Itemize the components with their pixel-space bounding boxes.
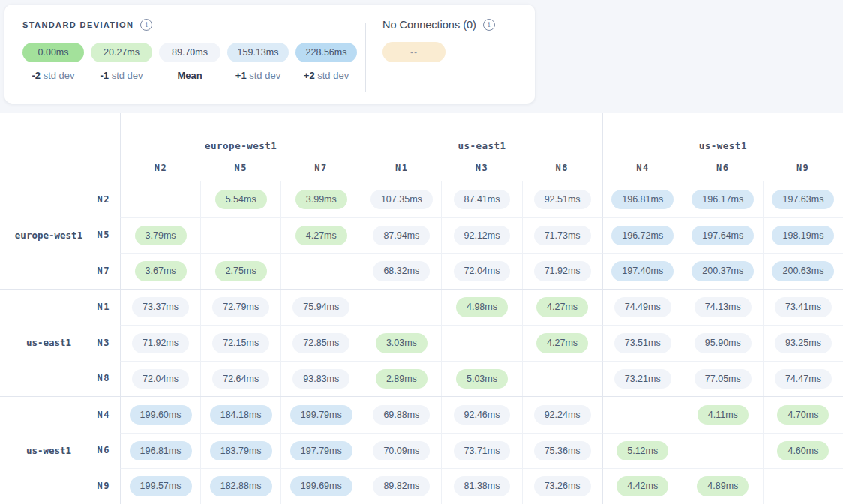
column-group-us-west1: us-west1N4N6N9 (602, 113, 843, 181)
latency-pill[interactable]: 72.85ms (292, 333, 350, 353)
latency-pill[interactable]: 92.12ms (454, 226, 511, 246)
latency-cell (200, 218, 280, 254)
matrix-body: N25.54ms3.99ms107.35ms87.41ms92.51ms196.… (0, 181, 843, 504)
latency-pill[interactable]: 72.15ms (212, 333, 269, 353)
latency-pill[interactable]: 72.04ms (132, 369, 189, 389)
latency-cell: 73.21ms (602, 361, 682, 397)
latency-pill[interactable]: 75.94ms (292, 297, 350, 317)
latency-pill[interactable]: 71.92ms (132, 333, 189, 353)
latency-pill[interactable]: 4.27ms (296, 226, 347, 246)
latency-pill[interactable]: 72.64ms (212, 369, 269, 389)
latency-pill[interactable]: 5.54ms (215, 190, 267, 210)
latency-pill[interactable]: 3.67ms (135, 261, 187, 281)
latency-pill[interactable]: 3.79ms (135, 226, 187, 246)
latency-pill[interactable]: 87.41ms (454, 190, 511, 210)
latency-pill[interactable]: 199.60ms (130, 405, 192, 425)
legend-label: -1 std dev (91, 70, 152, 81)
latency-pill[interactable]: 93.83ms (292, 369, 350, 389)
latency-pill[interactable]: 182.88ms (210, 476, 272, 496)
latency-pill[interactable]: 73.41ms (775, 297, 832, 317)
latency-pill[interactable]: 4.98ms (456, 297, 508, 317)
latency-pill[interactable]: 197.64ms (692, 226, 754, 246)
latency-pill[interactable]: 73.37ms (132, 297, 189, 317)
latency-cell: 5.03ms (441, 361, 521, 397)
latency-pill[interactable]: 107.35ms (370, 190, 433, 210)
latency-pill[interactable]: 71.73ms (534, 226, 591, 246)
row-header: us-west1N6 (0, 433, 120, 469)
latency-pill[interactable]: 4.42ms (616, 476, 668, 496)
latency-pill[interactable]: 75.36ms (534, 441, 591, 461)
latency-cell: 4.42ms (602, 468, 682, 504)
latency-cell: 75.94ms (280, 290, 361, 326)
latency-pill[interactable]: 197.63ms (772, 190, 834, 210)
latency-pill[interactable]: 3.99ms (296, 190, 347, 210)
latency-pill[interactable]: 196.81ms (130, 441, 192, 461)
row-header: N1 (0, 290, 120, 326)
latency-pill[interactable]: 73.26ms (534, 476, 591, 496)
latency-pill[interactable]: 4.70ms (777, 405, 829, 425)
latency-pill[interactable]: 4.11ms (698, 405, 748, 425)
latency-pill[interactable]: 200.63ms (772, 261, 834, 281)
latency-pill[interactable]: 197.79ms (290, 441, 352, 461)
latency-pill[interactable]: 95.90ms (694, 333, 752, 353)
info-icon[interactable]: i (140, 19, 152, 31)
latency-cell: 74.47ms (763, 361, 843, 397)
latency-pill[interactable]: 197.40ms (611, 261, 674, 281)
latency-pill[interactable]: 4.60ms (777, 441, 829, 461)
latency-pill[interactable]: 196.81ms (611, 190, 674, 210)
latency-cell (602, 397, 682, 433)
latency-pill[interactable]: 72.04ms (454, 261, 511, 281)
latency-pill[interactable]: 4.27ms (536, 333, 588, 353)
latency-pill[interactable]: 71.92ms (534, 261, 591, 281)
latency-pill[interactable]: 200.37ms (692, 261, 754, 281)
latency-cell: 87.41ms (441, 182, 521, 218)
latency-pill[interactable]: 183.79ms (210, 441, 272, 461)
latency-cell: 71.73ms (522, 218, 602, 254)
latency-pill[interactable]: 74.13ms (694, 297, 752, 317)
latency-pill[interactable]: 196.17ms (692, 190, 754, 210)
latency-pill[interactable]: 68.32ms (373, 261, 430, 281)
latency-pill[interactable]: 69.88ms (373, 405, 430, 425)
latency-pill[interactable]: 199.69ms (290, 476, 352, 496)
matrix-row-N3: us-east1N371.92ms72.15ms72.85ms3.03ms4.2… (0, 325, 843, 361)
row-group-label: europe-west1 (8, 230, 90, 241)
latency-cell: 93.25ms (763, 325, 843, 361)
latency-pill[interactable]: 199.79ms (290, 405, 352, 425)
latency-cell (682, 433, 763, 469)
latency-pill[interactable]: 77.05ms (694, 369, 752, 389)
latency-pill[interactable]: 199.57ms (130, 476, 192, 496)
matrix-row-N2: N25.54ms3.99ms107.35ms87.41ms92.51ms196.… (0, 181, 843, 218)
latency-cell: 72.79ms (200, 290, 280, 326)
row-node-N6: N6 (98, 445, 110, 455)
latency-pill[interactable]: 3.03ms (376, 333, 428, 353)
latency-cell (120, 182, 200, 218)
latency-pill[interactable]: 87.94ms (373, 226, 430, 246)
latency-pill[interactable]: 4.89ms (697, 476, 748, 496)
latency-cell: 92.46ms (441, 397, 521, 433)
latency-pill[interactable]: 72.79ms (212, 297, 269, 317)
latency-pill[interactable]: 196.72ms (611, 226, 674, 246)
column-group-label: us-east1 (362, 140, 602, 152)
latency-pill[interactable]: 73.51ms (614, 333, 671, 353)
info-icon[interactable]: i (483, 19, 495, 31)
latency-pill[interactable]: 92.51ms (534, 190, 591, 210)
latency-pill[interactable]: 5.12ms (616, 441, 668, 461)
latency-pill[interactable]: 89.82ms (373, 476, 430, 496)
latency-pill[interactable]: 93.25ms (775, 333, 832, 353)
latency-pill[interactable]: 74.49ms (614, 297, 671, 317)
column-node-N2: N2 (121, 163, 201, 173)
latency-pill[interactable]: 198.19ms (772, 226, 834, 246)
latency-pill[interactable]: 4.27ms (536, 297, 588, 317)
latency-pill[interactable]: 2.89ms (376, 369, 428, 389)
latency-pill[interactable]: 73.21ms (614, 369, 671, 389)
latency-pill[interactable]: 184.18ms (210, 405, 272, 425)
latency-cell: 89.82ms (361, 468, 441, 504)
latency-pill[interactable]: 92.46ms (454, 405, 511, 425)
latency-pill[interactable]: 81.38ms (454, 476, 511, 496)
latency-pill[interactable]: 92.24ms (534, 405, 591, 425)
latency-pill[interactable]: 74.47ms (775, 369, 832, 389)
latency-pill[interactable]: 2.75ms (215, 261, 267, 281)
latency-pill[interactable]: 70.09ms (373, 441, 430, 461)
latency-pill[interactable]: 73.71ms (454, 441, 511, 461)
latency-pill[interactable]: 5.03ms (456, 369, 508, 389)
